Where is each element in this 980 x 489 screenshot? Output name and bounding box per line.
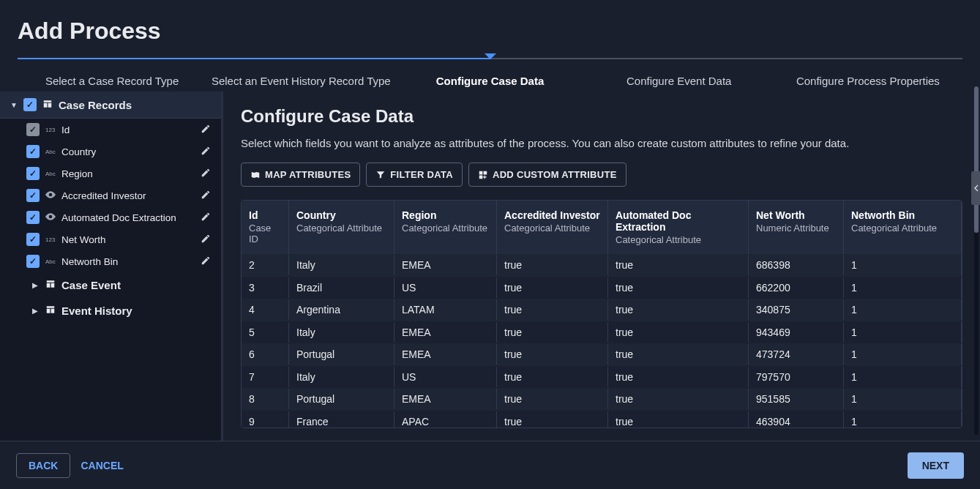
column-subtitle: Categorical Attribute bbox=[616, 234, 741, 245]
chevron-down-icon[interactable]: ▼ bbox=[10, 101, 18, 109]
cell-country: Portugal bbox=[289, 344, 394, 365]
cell-region: US bbox=[394, 277, 497, 298]
checkbox-case-records[interactable]: ✓ bbox=[23, 98, 37, 111]
table-row[interactable]: 3BrazilUStruetrue6622001 bbox=[242, 277, 962, 299]
table-row[interactable]: 6PortugalEMEAtruetrue4737241 bbox=[242, 343, 962, 366]
add-custom-attribute-button[interactable]: ADD CUSTOM ATTRIBUTE bbox=[468, 163, 626, 187]
table-row[interactable]: 2ItalyEMEAtruetrue6863981 bbox=[242, 254, 962, 277]
column-header-id[interactable]: Id Case ID bbox=[242, 201, 289, 254]
table-row[interactable]: 7ItalyUStruetrue7975701 bbox=[242, 366, 962, 389]
field-checkbox[interactable]: ✓ bbox=[26, 167, 40, 180]
column-name: Id bbox=[249, 209, 281, 221]
check-icon: ✓ bbox=[29, 168, 37, 179]
field-checkbox[interactable]: ✓ bbox=[26, 189, 40, 202]
edit-icon[interactable] bbox=[198, 212, 214, 224]
cell-region: LATAM bbox=[394, 299, 497, 320]
edit-icon[interactable] bbox=[198, 234, 214, 246]
cell-networth-bin: 1 bbox=[844, 367, 962, 387]
chevron-right-icon[interactable]: ▶ bbox=[32, 281, 40, 289]
cell-id: 3 bbox=[242, 277, 289, 298]
cell-networth-bin: 1 bbox=[844, 411, 962, 428]
column-header-country[interactable]: Country Categorical Attribute bbox=[289, 201, 394, 254]
edit-icon[interactable] bbox=[198, 255, 214, 268]
step-configure-process-properties[interactable]: Configure Process Properties bbox=[774, 64, 962, 87]
cancel-button[interactable]: CANCEL bbox=[81, 460, 123, 471]
field-type-icon bbox=[45, 213, 56, 222]
table-row[interactable]: 9FranceAPACtruetrue4639041 bbox=[242, 411, 962, 428]
column-header-accredited-investor[interactable]: Accredited Investor Categorical Attribut… bbox=[497, 201, 608, 254]
map-attributes-button[interactable]: MAP ATTRIBUTES bbox=[241, 163, 360, 187]
cell-automated-doc-extraction: true bbox=[608, 255, 749, 275]
cell-accredited-investor: true bbox=[497, 299, 608, 320]
field-checkbox[interactable]: ✓ bbox=[26, 211, 40, 224]
tree-group-label: Event History bbox=[61, 305, 132, 317]
cell-country: France bbox=[289, 411, 394, 428]
field-checkbox[interactable]: ✓ bbox=[26, 123, 40, 136]
check-icon: ✓ bbox=[29, 234, 37, 244]
next-button[interactable]: NEXT bbox=[908, 452, 964, 479]
cell-networth-bin: 1 bbox=[844, 322, 962, 343]
field-row[interactable]: ✓AbcNetworth Bin bbox=[0, 250, 221, 272]
chevron-right-icon[interactable]: ▶ bbox=[32, 307, 40, 315]
table-icon bbox=[45, 305, 56, 317]
step-configure-case-data[interactable]: Configure Case Data bbox=[395, 64, 584, 87]
table-icon bbox=[45, 279, 56, 291]
check-icon: ✓ bbox=[29, 146, 37, 157]
field-checkbox[interactable]: ✓ bbox=[26, 255, 40, 268]
field-checkbox[interactable]: ✓ bbox=[26, 233, 40, 246]
check-icon: ✓ bbox=[29, 256, 37, 266]
column-header-automated-doc-extraction[interactable]: Automated Doc Extraction Categorical Att… bbox=[608, 201, 749, 254]
field-row[interactable]: ✓Accredited Investor bbox=[0, 184, 221, 206]
field-row[interactable]: ✓AbcCountry bbox=[0, 141, 221, 163]
column-header-region[interactable]: Region Categorical Attribute bbox=[394, 201, 497, 254]
table-icon bbox=[42, 99, 53, 111]
column-header-net-worth[interactable]: Net Worth Numeric Attribute bbox=[749, 201, 844, 254]
column-header-networth-bin[interactable]: Networth Bin Categorical Attribute bbox=[844, 201, 962, 254]
field-checkbox[interactable]: ✓ bbox=[26, 145, 40, 158]
edit-icon[interactable] bbox=[198, 168, 214, 180]
field-row[interactable]: ✓123Id bbox=[0, 119, 221, 141]
section-description: Select which fields you want to analyze … bbox=[241, 137, 962, 149]
edit-icon[interactable] bbox=[198, 146, 214, 158]
field-row[interactable]: ✓123Net Worth bbox=[0, 228, 221, 250]
tree-group-event-history[interactable]: ▶ Event History bbox=[0, 298, 221, 324]
cell-automated-doc-extraction: true bbox=[608, 344, 749, 365]
cell-country: Argentina bbox=[289, 299, 394, 320]
cell-region: EMEA bbox=[394, 344, 497, 365]
column-subtitle: Case ID bbox=[249, 223, 281, 244]
cell-region: EMEA bbox=[394, 322, 497, 343]
page-title: Add Process bbox=[18, 18, 962, 45]
table-row[interactable]: 5ItalyEMEAtruetrue9434691 bbox=[242, 321, 962, 344]
edit-icon[interactable] bbox=[198, 124, 214, 136]
column-name: Region bbox=[402, 209, 489, 221]
step-select-case-record-type[interactable]: Select a Case Record Type bbox=[18, 64, 206, 87]
column-name: Networth Bin bbox=[851, 209, 954, 221]
cell-country: Italy bbox=[289, 322, 394, 343]
tree-group-case-records[interactable]: ▼ ✓ Case Records bbox=[0, 92, 221, 119]
cell-country: Brazil bbox=[289, 277, 394, 298]
edit-icon[interactable] bbox=[198, 190, 214, 202]
field-row[interactable]: ✓AbcRegion bbox=[0, 163, 221, 184]
table-row[interactable]: 8PortugalEMEAtruetrue9515851 bbox=[242, 388, 962, 411]
field-type-icon: Abc bbox=[45, 149, 56, 155]
scrollbar[interactable] bbox=[974, 86, 979, 435]
step-configure-event-data[interactable]: Configure Event Data bbox=[585, 64, 774, 87]
column-subtitle: Numeric Attribute bbox=[756, 223, 836, 234]
step-select-event-history-record-type[interactable]: Select an Event History Record Type bbox=[206, 64, 395, 87]
tree-group-case-event[interactable]: ▶ Case Event bbox=[0, 272, 221, 298]
cell-net-worth: 662200 bbox=[749, 277, 844, 298]
table-row[interactable]: 4ArgentinaLATAMtruetrue3408751 bbox=[242, 299, 962, 321]
stepper-caret-icon bbox=[485, 53, 496, 59]
data-table: Id Case ID Country Categorical Attribute… bbox=[241, 200, 962, 428]
sidebar-collapse-handle[interactable] bbox=[971, 171, 980, 205]
check-icon: ✓ bbox=[29, 124, 37, 135]
field-row[interactable]: ✓Automated Doc Extraction bbox=[0, 206, 221, 228]
cell-accredited-investor: true bbox=[497, 389, 608, 409]
cell-id: 9 bbox=[242, 411, 289, 428]
back-button[interactable]: BACK bbox=[16, 453, 70, 478]
filter-data-button[interactable]: FILTER DATA bbox=[366, 163, 463, 187]
cell-networth-bin: 1 bbox=[844, 389, 962, 409]
tree-group-label: Case Event bbox=[61, 279, 121, 291]
cell-country: Portugal bbox=[289, 389, 394, 409]
cell-automated-doc-extraction: true bbox=[608, 322, 749, 343]
